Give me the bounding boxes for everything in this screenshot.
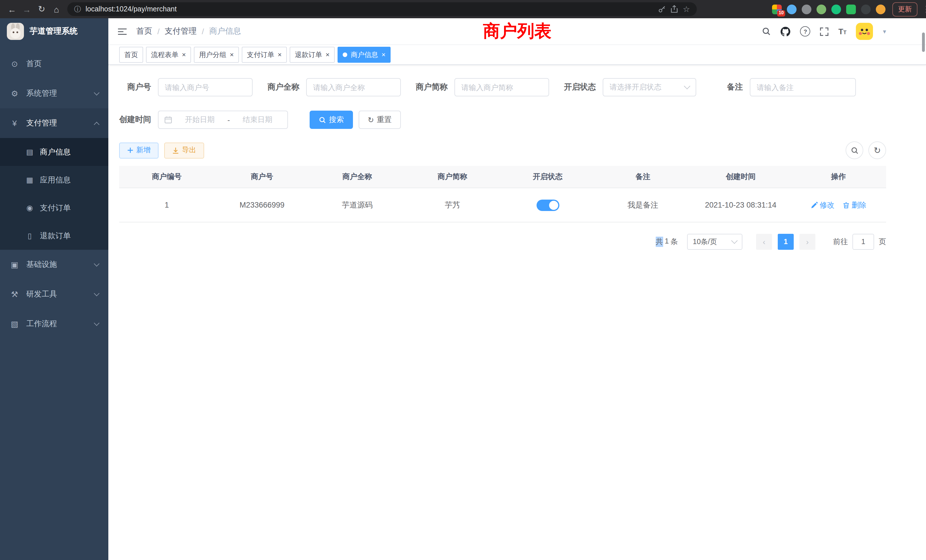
sidebar-item-workflow[interactable]: ▧ 工作流程 <box>0 309 108 339</box>
start-date-placeholder[interactable]: 开始日期 <box>176 115 224 125</box>
merchant-no-input[interactable] <box>158 78 253 96</box>
tab-label: 退款订单 <box>295 50 322 60</box>
tab-label: 商户信息 <box>351 50 378 60</box>
page-size-select[interactable]: 10条/页 <box>687 234 742 250</box>
reset-button[interactable]: ↻ 重置 <box>359 110 401 129</box>
forward-icon[interactable]: → <box>20 2 34 17</box>
tab-label: 支付订单 <box>247 50 274 60</box>
extension-icon[interactable] <box>861 4 871 14</box>
sidebar-item-app-info[interactable]: ▦ 应用信息 <box>0 166 108 194</box>
caret-down-icon[interactable]: ▾ <box>883 28 886 35</box>
filter-short-name: 商户简称 <box>416 78 549 96</box>
page-content: 商户号 商户全称 商户简称 开启状态 请选择开启状态 <box>108 65 926 250</box>
home-icon[interactable]: ⌂ <box>49 2 64 17</box>
extension-icon[interactable] <box>876 4 885 14</box>
reload-icon[interactable]: ↻ <box>34 2 49 17</box>
column-header: 备注 <box>595 166 690 188</box>
extension-icon[interactable]: 10 <box>772 4 782 14</box>
tab-close-icon[interactable]: × <box>325 51 330 58</box>
password-key-icon[interactable] <box>658 5 666 13</box>
extension-icon[interactable] <box>817 4 826 14</box>
status-select[interactable]: 请选择开启状态 <box>603 78 696 96</box>
app-logo-row[interactable]: 芋道管理系统 <box>0 18 108 44</box>
sidebar-item-refund-order[interactable]: ▯ 退款订单 <box>0 222 108 250</box>
delete-button[interactable]: 删除 <box>843 200 866 210</box>
toggle-search-icon[interactable] <box>846 141 863 159</box>
sidebar-item-home[interactable]: ⊙ 首页 <box>0 49 108 79</box>
help-icon[interactable]: ? <box>800 26 811 36</box>
page-1-button[interactable]: 1 <box>778 234 794 250</box>
reset-button-label: 重置 <box>377 115 392 125</box>
calendar-icon <box>164 116 172 124</box>
filter-label: 商户号 <box>119 82 151 92</box>
cell-remark: 我是备注 <box>595 200 690 210</box>
prev-page-button[interactable]: ‹ <box>756 234 772 250</box>
tab-home[interactable]: 首页 <box>119 47 143 63</box>
tab-refund-order[interactable]: 退款订单 × <box>290 47 335 63</box>
column-header: 商户简称 <box>405 166 500 188</box>
export-button[interactable]: 导出 <box>164 142 204 158</box>
tab-close-icon[interactable]: × <box>230 51 234 58</box>
page-scrollbar[interactable] <box>922 32 925 52</box>
url-text[interactable]: localhost:1024/pay/merchant <box>86 5 654 13</box>
github-icon[interactable] <box>781 27 791 36</box>
browser-update-button[interactable]: 更新 <box>892 2 917 16</box>
cell-create-time: 2021-10-23 08:31:14 <box>690 201 791 209</box>
full-name-input[interactable] <box>306 78 401 96</box>
search-icon[interactable] <box>762 27 771 36</box>
delete-label: 删除 <box>852 200 866 210</box>
extension-icon[interactable] <box>831 4 841 14</box>
site-info-icon[interactable]: ⓘ <box>74 4 81 14</box>
tab-close-icon[interactable]: × <box>381 51 386 58</box>
tab-merchant-info[interactable]: 商户信息 × <box>337 47 390 63</box>
tab-label: 首页 <box>124 50 138 60</box>
breadcrumb-section[interactable]: 支付管理 <box>165 26 197 36</box>
back-icon[interactable]: ← <box>5 2 20 17</box>
tab-user-group[interactable]: 用户分组 × <box>194 47 239 63</box>
bookmark-star-icon[interactable]: ☆ <box>683 5 690 14</box>
edit-button[interactable]: 修改 <box>811 200 834 210</box>
status-toggle[interactable] <box>536 199 559 211</box>
short-name-input[interactable] <box>454 78 549 96</box>
tab-close-icon[interactable]: × <box>182 51 186 58</box>
remark-input[interactable] <box>750 78 856 96</box>
app-header: 首页 / 支付管理 / 商户信息 商户列表 ? TT <box>108 18 926 44</box>
goto-page-input[interactable] <box>852 234 874 250</box>
next-page-button[interactable]: › <box>799 234 816 250</box>
add-button[interactable]: 新增 <box>119 142 159 158</box>
tab-close-icon[interactable]: × <box>278 51 282 58</box>
grid-icon: ▦ <box>25 176 34 184</box>
create-time-range[interactable]: 开始日期 - 结束日期 <box>158 110 288 129</box>
filter-label: 备注 <box>711 82 743 92</box>
search-button[interactable]: 搜索 <box>310 110 353 129</box>
sidebar-item-merchant-info[interactable]: ▤ 商户信息 <box>0 138 108 166</box>
tab-pay-order[interactable]: 支付订单 × <box>242 47 287 63</box>
sidebar-item-pay-order[interactable]: ◉ 支付订单 <box>0 194 108 222</box>
sidebar-item-payment[interactable]: ¥ 支付管理 <box>0 108 108 138</box>
breadcrumb: 首页 / 支付管理 / 商户信息 <box>136 26 241 36</box>
address-bar[interactable]: ⓘ localhost:1024/pay/merchant ☆ <box>67 2 697 16</box>
filter-merchant-no: 商户号 <box>119 78 253 96</box>
tab-process-form[interactable]: 流程表单 × <box>146 47 191 63</box>
breadcrumb-home[interactable]: 首页 <box>136 26 152 36</box>
edit-label: 修改 <box>820 200 834 210</box>
extension-icon[interactable] <box>846 4 856 14</box>
add-button-label: 新增 <box>136 145 151 155</box>
share-icon[interactable] <box>671 5 678 13</box>
sidebar-item-label: 支付管理 <box>26 118 57 128</box>
extension-icon[interactable] <box>787 4 797 14</box>
extension-badge: 10 <box>777 10 785 16</box>
browser-menu-icon[interactable]: ⋮ <box>922 4 926 14</box>
user-avatar[interactable] <box>856 23 873 40</box>
chevron-down-icon <box>94 89 100 95</box>
end-date-placeholder[interactable]: 结束日期 <box>233 115 282 125</box>
main-area: 首页 / 支付管理 / 商户信息 商户列表 ? TT <box>108 18 926 560</box>
hamburger-icon[interactable] <box>118 27 127 36</box>
sidebar-item-infrastructure[interactable]: ▣ 基础设施 <box>0 250 108 279</box>
font-size-icon[interactable]: TT <box>838 27 846 35</box>
fullscreen-icon[interactable] <box>820 27 829 36</box>
sidebar-item-system[interactable]: ⚙ 系统管理 <box>0 79 108 108</box>
extension-icon[interactable] <box>802 4 811 14</box>
refresh-table-icon[interactable]: ↻ <box>869 141 886 159</box>
sidebar-item-devtools[interactable]: ⚒ 研发工具 <box>0 279 108 309</box>
